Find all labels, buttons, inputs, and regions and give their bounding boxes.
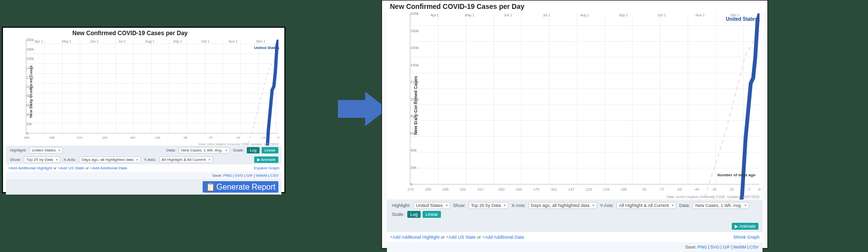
save-gif[interactable]: GIF [246, 173, 253, 178]
link-row: +Add Additional Highlight or +Add US Sta… [6, 164, 281, 172]
save-csv[interactable]: CSV [749, 245, 759, 250]
generate-report-button[interactable]: 📋 Generate Report [203, 181, 278, 193]
chart-grid: 0 20k 40k 60k 80k 100k 120k 140k 160k 18… [410, 13, 760, 185]
svg-marker-0 [338, 92, 387, 126]
chart-lines [26, 40, 278, 146]
show-select[interactable]: Top 25 by Data [469, 202, 509, 209]
controls-row-2: Show: Top 25 by Data X-Axis: Days ago, a… [6, 155, 281, 164]
add-data-link[interactable]: +Add Additional Data [90, 166, 127, 170]
data-credit: Data: Johns Hopkins University CSSE. Upd… [199, 143, 278, 146]
small-view-panel: New Confirmed COVID-19 Cases per Day New… [2, 27, 285, 193]
shrink-graph-link[interactable]: Shrink Graph [733, 235, 760, 240]
expand-graph-link[interactable]: Expand Graph [254, 166, 279, 170]
scale-log-button[interactable]: Log [407, 211, 421, 218]
chart-area-small: New Daily Confirmed Cases 0 20k 40k 60k … [6, 38, 281, 146]
save-svg[interactable]: SVG [710, 245, 720, 250]
scale-log-button[interactable]: Log [247, 147, 259, 153]
data-select[interactable]: New Cases, 1 Wk. Avg. [179, 147, 230, 153]
save-csv[interactable]: CSV [271, 173, 278, 178]
save-webm[interactable]: WebM [256, 173, 268, 178]
link-row: +Add Additional Highlight or +Add US Sta… [387, 232, 762, 242]
save-gif[interactable]: GIF [723, 245, 730, 250]
x-axis-label: Number of days ago [717, 173, 756, 177]
add-highlight-link[interactable]: +Add Additional Highlight [8, 166, 52, 170]
xaxis-select[interactable]: Days ago, all highlighted data [529, 202, 597, 209]
add-data-link[interactable]: +Add Additional Data [482, 235, 524, 240]
controls-row-1: Highlight: United States Data: New Cases… [6, 146, 281, 155]
xaxis-select[interactable]: Days ago, all highlighted data [79, 156, 141, 163]
show-select[interactable]: Top 25 by Data [24, 156, 60, 163]
controls-row-expanded: Highlight: United States Show: Top 25 by… [387, 200, 762, 220]
data-select[interactable]: New Cases, 1 Wk. Avg. [693, 202, 749, 209]
show-label-txt: Show: [9, 156, 22, 163]
add-highlight-link[interactable]: +Add Additional Highlight [390, 235, 439, 240]
data-label-txt: Data: [165, 147, 177, 153]
highlight-select[interactable]: United States [414, 202, 450, 209]
save-row: Save: PNG | SVG | GIF | WebM | CSV [387, 242, 762, 252]
save-row: Save: PNG | SVG | GIF | WebM | CSV [6, 172, 281, 179]
controls-row-expanded-2: ▶ Animate [387, 220, 762, 232]
animate-button[interactable]: ▶ Animate [254, 156, 278, 163]
animate-button[interactable]: ▶ Animate [732, 223, 759, 230]
save-png[interactable]: PNG [698, 245, 707, 250]
save-png[interactable]: PNG [223, 173, 232, 178]
add-state-link[interactable]: +Add US State [58, 166, 84, 170]
highlight-label: United States [254, 46, 279, 50]
chart-lines [410, 13, 760, 200]
save-webm[interactable]: WebM [733, 245, 746, 250]
chart-grid: 0 20k 40k 60k 80k 100k 120k 140k 160k 18… [26, 40, 278, 134]
chart-title: New Confirmed COVID-19 Cases per Day [382, 0, 767, 11]
scale-label-txt: Scale: [232, 147, 245, 153]
highlight-label: United States [726, 16, 758, 22]
save-svg[interactable]: SVG [235, 173, 243, 178]
xaxis-label-txt: X-Axis: [62, 156, 77, 163]
data-credit: Data: Johns Hopkins University CSSE. Upd… [666, 195, 760, 199]
chart-area-large: New Daily Confirmed Cases 0 20k 40k 60k … [387, 11, 762, 200]
expanded-view-panel: New Confirmed COVID-19 Cases per Day New… [381, 0, 768, 249]
yaxis-label-txt: Y-Axis: [143, 156, 157, 163]
scale-linear-button[interactable]: Linear [262, 147, 278, 153]
yaxis-select[interactable]: All Highlight & All Current [616, 202, 676, 209]
chart-title: New Confirmed COVID-19 Cases per Day [3, 28, 284, 38]
highlight-label-txt: Highlight: [9, 147, 27, 153]
scale-linear-button[interactable]: Linear [423, 211, 441, 218]
yaxis-select[interactable]: All Highlight & All Current [159, 156, 213, 163]
highlight-select[interactable]: United States [29, 147, 63, 153]
report-icon: 📋 [206, 182, 216, 192]
report-row: 📋 Generate Report [6, 179, 281, 195]
add-state-link[interactable]: +Add US State [446, 235, 476, 240]
transition-arrow [338, 89, 387, 129]
